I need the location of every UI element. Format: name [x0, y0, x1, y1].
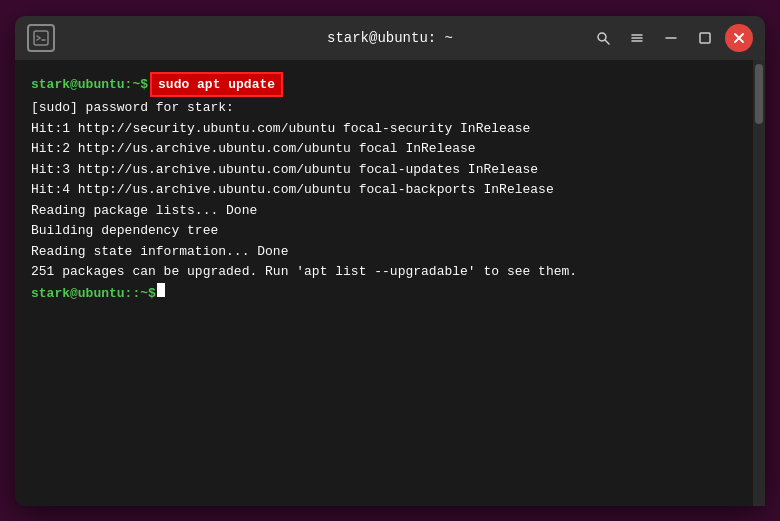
terminal-line-11: stark@ubuntu: :~$: [31, 283, 749, 304]
scrollbar-thumb[interactable]: [755, 64, 763, 124]
menu-button[interactable]: [623, 24, 651, 52]
close-button[interactable]: [725, 24, 753, 52]
terminal-line-6: Hit:4 http://us.archive.ubuntu.com/ubunt…: [31, 180, 749, 200]
terminal-line-8: Building dependency tree: [31, 221, 749, 241]
line-hit4: Hit:4 http://us.archive.ubuntu.com/ubunt…: [31, 180, 554, 200]
prompt-1-tilde: ~$: [132, 75, 148, 95]
terminal-line-10: 251 packages can be upgraded. Run 'apt l…: [31, 262, 749, 282]
prompt-2: stark@ubuntu:: [31, 284, 132, 304]
window-frame: stark@ubuntu: ~: [15, 16, 765, 506]
cursor: [157, 283, 165, 297]
maximize-button[interactable]: [691, 24, 719, 52]
line-hit2: Hit:2 http://us.archive.ubuntu.com/ubunt…: [31, 139, 476, 159]
terminal-line-5: Hit:3 http://us.archive.ubuntu.com/ubunt…: [31, 160, 749, 180]
svg-line-2: [605, 40, 609, 44]
command-highlighted: sudo apt update: [150, 72, 283, 98]
prompt-2-symbol: :~$: [132, 284, 155, 304]
terminal-icon: [27, 24, 55, 52]
search-button[interactable]: [589, 24, 617, 52]
line-packages: 251 packages can be upgraded. Run 'apt l…: [31, 262, 577, 282]
window-title: stark@ubuntu: ~: [327, 30, 453, 46]
titlebar-left: [27, 24, 55, 52]
terminal-line-3: Hit:1 http://security.ubuntu.com/ubuntu …: [31, 119, 749, 139]
window-controls: [589, 24, 753, 52]
line-hit3: Hit:3 http://us.archive.ubuntu.com/ubunt…: [31, 160, 538, 180]
terminal-window: stark@ubuntu: ~: [15, 16, 765, 506]
terminal-body[interactable]: stark@ubuntu: ~$ sudo apt update [sudo] …: [15, 60, 765, 506]
titlebar: stark@ubuntu: ~: [15, 16, 765, 60]
line-password: [sudo] password for stark:: [31, 98, 234, 118]
terminal-line-2: [sudo] password for stark:: [31, 98, 749, 118]
scrollbar-track[interactable]: [753, 60, 765, 506]
terminal-line-9: Reading state information... Done: [31, 242, 749, 262]
line-hit1: Hit:1 http://security.ubuntu.com/ubuntu …: [31, 119, 530, 139]
line-building: Building dependency tree: [31, 221, 218, 241]
terminal-line-1: stark@ubuntu: ~$ sudo apt update: [31, 72, 749, 98]
terminal-line-7: Reading package lists... Done: [31, 201, 749, 221]
minimize-button[interactable]: [657, 24, 685, 52]
prompt-1: stark@ubuntu:: [31, 75, 132, 95]
svg-rect-7: [700, 33, 710, 43]
line-reading-state: Reading state information... Done: [31, 242, 288, 262]
line-reading: Reading package lists... Done: [31, 201, 257, 221]
terminal-line-4: Hit:2 http://us.archive.ubuntu.com/ubunt…: [31, 139, 749, 159]
